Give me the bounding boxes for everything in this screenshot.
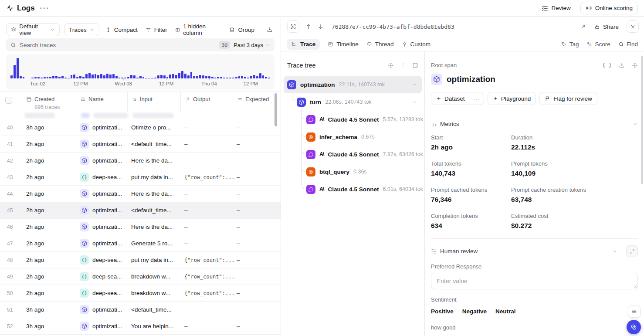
focus-span-button[interactable] (287, 20, 299, 33)
score-button[interactable]: Score (586, 41, 610, 48)
table-row[interactable]: 523h agooptimizati...You are helpin...–– (0, 318, 281, 335)
histogram-bar (61, 76, 64, 78)
table-row[interactable]: 472h agooptimizati...Generate 5 ro...–– (0, 235, 281, 252)
optimization-icon (80, 239, 89, 248)
histogram-bar (49, 77, 51, 78)
resize-handle[interactable] (633, 284, 637, 288)
histogram-bar (190, 72, 193, 78)
download-span-icon[interactable] (619, 62, 625, 68)
quick-menu-button[interactable] (628, 305, 641, 318)
trace-tree-row[interactable]: A\Claude 4.5 Sonnet6.01s, 64034 tok (284, 180, 422, 198)
preferred-response-input[interactable]: Enter value (431, 273, 638, 289)
filter-button[interactable]: Filter (144, 27, 169, 33)
tab-custom[interactable]: Custom (402, 41, 431, 48)
table-row[interactable]: 452h agooptimizati...<default_time...–– (0, 202, 281, 219)
online-scoring-button[interactable]: Online scoring (580, 2, 638, 14)
hidden-columns-button[interactable]: 1 hidden column (173, 23, 224, 36)
trace-tree-row[interactable]: optimization22.11s, 140743 tok (284, 76, 422, 93)
export-button[interactable] (265, 27, 275, 33)
box-icon (81, 241, 87, 246)
sentiment-option-neutral[interactable]: Neutral (495, 308, 516, 315)
column-header-expected[interactable]: Expected (233, 92, 275, 112)
cell-name: optimizati... (80, 206, 131, 215)
pan-icon[interactable] (388, 62, 394, 68)
table-row[interactable]: 442h agooptimizati...Here is the da...–– (0, 186, 281, 202)
table-row[interactable]: 422h agooptimizati...Here is the da...–– (0, 153, 281, 169)
histogram-bar (97, 75, 99, 78)
histogram-bar (88, 73, 91, 78)
function-icon: () (80, 272, 89, 281)
tree-options-icon[interactable] (400, 62, 406, 68)
tab-timeline[interactable]: Timeline (328, 41, 359, 48)
arrows-vertical-icon (105, 27, 111, 33)
move-panel-icon[interactable] (632, 62, 638, 68)
trace-tree-row[interactable]: A\Claude 4.5 Sonnet7.87s, 63426 tok (284, 146, 422, 163)
collapse-panel-icon[interactable] (412, 62, 418, 68)
chevron-down-icon (633, 122, 638, 127)
review-button[interactable]: Review (542, 5, 570, 11)
collapse-chevron[interactable] (412, 99, 417, 105)
table-row[interactable]: 432h ago()deep-sea...put my data in...{"… (0, 169, 281, 186)
sentiment-option-negative[interactable]: Negative (462, 308, 487, 315)
cell-created: 2h ago (26, 257, 80, 263)
group-button[interactable]: Group (227, 27, 256, 33)
table-row[interactable]: 513h agooptimizati...<default_time...–– (0, 302, 281, 318)
previous-trace-button[interactable] (305, 24, 312, 30)
table-row[interactable]: 482h ago()deep-sea...put my data in...{"… (0, 252, 281, 268)
assistant-fab[interactable] (627, 320, 641, 334)
column-header-input[interactable]: Input (127, 92, 184, 112)
add-to-dataset-button[interactable]: Dataset ··· (431, 92, 484, 105)
view-json-icon[interactable]: { } (602, 62, 612, 68)
page-menu-button[interactable]: ··· (40, 4, 50, 12)
find-button[interactable]: Find (618, 41, 638, 48)
close-panel-button[interactable] (627, 20, 639, 33)
column-header-name[interactable]: Name (76, 92, 131, 112)
tab-trace[interactable]: Trace (287, 39, 320, 50)
trace-tree-row[interactable]: infer_schema0.67s (284, 128, 422, 146)
share-button[interactable]: Share (594, 24, 619, 30)
detail-scrollbar[interactable] (641, 56, 643, 184)
trace-tree-row[interactable]: A\Claude 4.5 Sonnet5.57s, 13283 tok (284, 111, 422, 128)
traces-selector[interactable]: Traces (64, 23, 99, 36)
histogram-bar (232, 78, 234, 78)
flag-for-review-button[interactable]: Flag for review (539, 92, 597, 105)
trace-histogram[interactable]: Tue 0212 PMWed 0312 PMThu 0412 PM (6, 54, 275, 90)
compact-toggle[interactable]: Compact (104, 27, 139, 33)
tag-button[interactable]: Tag (561, 41, 579, 48)
human-review-section-header[interactable]: Human review (431, 245, 638, 257)
table-row[interactable]: 403h agooptimizati...Otimize o pro...–– (0, 119, 281, 136)
table-row[interactable]: 502h ago()deep-sea...breakdown w...{"row… (0, 285, 281, 302)
histogram-bar (103, 75, 105, 78)
metrics-section-header[interactable]: Metrics (431, 121, 638, 127)
trace-detail-panel: 762887e7-cc99-4b73-afbf-d8bde81ebd83 Sha… (281, 17, 644, 336)
tab-thread[interactable]: Thread (366, 41, 394, 48)
metric-label: Estimated cost (511, 213, 638, 219)
cell-expected: – (237, 157, 275, 164)
traces-table: Created 896 traces Name Input Output Exp… (0, 92, 281, 336)
date-range-selector[interactable]: Past 3 days (234, 42, 270, 48)
metric-item: Duration22.112s (511, 134, 638, 151)
dataset-more-button[interactable]: ··· (470, 92, 484, 105)
trace-tree-row[interactable]: turn22.06s, 140743 tok (284, 93, 422, 111)
select-all-checkbox[interactable] (5, 97, 12, 104)
histogram-bar (223, 78, 225, 78)
table-row[interactable]: 462h agooptimizati...Here is the da...–– (0, 219, 281, 235)
collapse-chevron[interactable] (412, 82, 417, 87)
cell-input: Generate 5 ro... (131, 240, 184, 247)
histogram-bar (82, 77, 85, 78)
table-row[interactable]: 412h agooptimizati...<default_time...–– (0, 136, 281, 153)
next-trace-button[interactable] (318, 24, 324, 30)
column-header-created[interactable]: Created 896 traces (26, 92, 80, 112)
activity-logo-icon (6, 4, 14, 12)
sentiment-option-positive[interactable]: Positive (431, 308, 454, 315)
trace-tree-row[interactable]: btql_query0.36s (284, 163, 422, 180)
open-playground-button[interactable]: Playground (488, 92, 536, 105)
expand-review-button[interactable] (626, 245, 638, 257)
column-header-output[interactable]: Output (180, 92, 237, 112)
table-scrollbar[interactable] (275, 93, 277, 126)
target-icon (308, 169, 314, 175)
open-external-icon[interactable] (580, 24, 586, 30)
search-input[interactable]: Search traces 3d Past 3 days (6, 38, 275, 51)
view-selector[interactable]: Default view (6, 23, 60, 36)
table-row[interactable]: 492h ago()deep-sea...breakdown w...{"row… (0, 268, 281, 285)
